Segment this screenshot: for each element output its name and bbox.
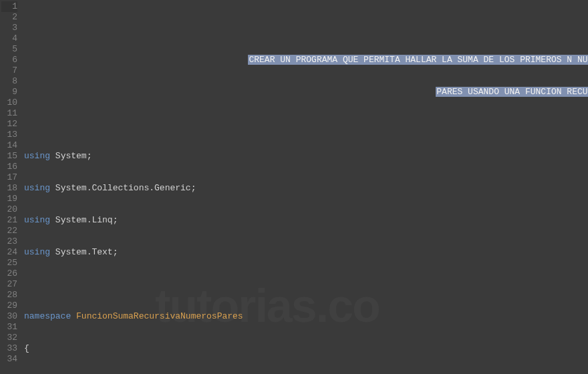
line-number: 16 [1, 162, 17, 172]
line-number: 21 [1, 215, 17, 226]
line-number: 14 [1, 140, 17, 151]
line-number: 31 [1, 322, 17, 333]
line-number: 2 [1, 12, 17, 23]
line-number: 15 [1, 151, 17, 162]
line-number: 13 [1, 130, 17, 140]
line-number: 25 [1, 258, 17, 268]
using-keyword: using [24, 151, 50, 161]
line-number: 27 [1, 279, 17, 290]
line-number: 26 [1, 268, 17, 279]
line-number: 19 [1, 194, 17, 204]
line-number: 32 [1, 333, 17, 343]
line-number: 11 [1, 108, 17, 119]
using-keyword: using [24, 183, 50, 193]
line-number: 8 [1, 76, 17, 87]
code-area[interactable]: tutorias.co CREAR UN PROGRAMA QUE PERMIT… [21, 0, 588, 374]
line-number: 22 [1, 226, 17, 236]
namespace-ref: System.Linq [55, 215, 113, 225]
line-number: 3 [1, 23, 17, 33]
line-number: 29 [1, 301, 17, 311]
line-number: 33 [1, 343, 17, 354]
line-number: 23 [1, 236, 17, 247]
namespace-ref: System [55, 151, 87, 161]
namespace-name: FuncionSumaRecursivaNumerosPares [76, 311, 243, 321]
using-keyword: using [24, 247, 50, 257]
line-number: 12 [1, 119, 17, 130]
line-number: 7 [1, 65, 17, 76]
line-number: 34 [1, 354, 17, 365]
line-number: 30 [1, 311, 17, 322]
code-editor[interactable]: 1234567891011121314151617181920212223242… [0, 0, 588, 374]
line-number: 5 [1, 44, 17, 55]
line-number: 9 [1, 87, 17, 98]
line-number: 18 [1, 183, 17, 194]
namespace-ref: System.Collections.Generic [55, 183, 191, 193]
line-number: 10 [1, 98, 17, 108]
line-number-gutter: 1234567891011121314151617181920212223242… [0, 0, 21, 374]
using-keyword: using [24, 215, 50, 225]
line-number: 28 [1, 290, 17, 301]
line-number: 24 [1, 247, 17, 258]
line-number: 1 [1, 1, 17, 12]
line-number: 20 [1, 204, 17, 215]
namespace-keyword: namespace [24, 311, 71, 321]
selected-comment-line2: PARES USANDO UNA FUNCION RECURSIVA [436, 87, 588, 97]
namespace-ref: System.Text [55, 247, 113, 257]
line-number: 4 [1, 33, 17, 44]
selected-comment-line1: CREAR UN PROGRAMA QUE PERMITA HALLAR LA … [248, 55, 588, 65]
line-number: 6 [1, 55, 17, 65]
line-number: 17 [1, 172, 17, 183]
code-content: CREAR UN PROGRAMA QUE PERMITA HALLAR LA … [24, 33, 588, 374]
